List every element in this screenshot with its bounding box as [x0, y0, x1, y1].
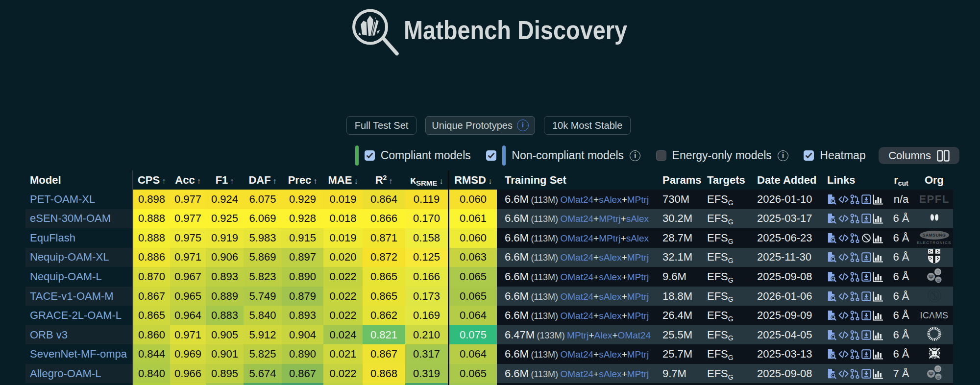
svg-text:Ψ: Ψ: [928, 370, 933, 377]
svg-text:☉: ☉: [935, 269, 940, 275]
svg-text:▤: ▤: [936, 374, 940, 379]
svg-text:☉: ☉: [935, 366, 940, 372]
svg-text:▤: ▤: [936, 277, 940, 282]
svg-text:Ψ: Ψ: [928, 273, 933, 280]
